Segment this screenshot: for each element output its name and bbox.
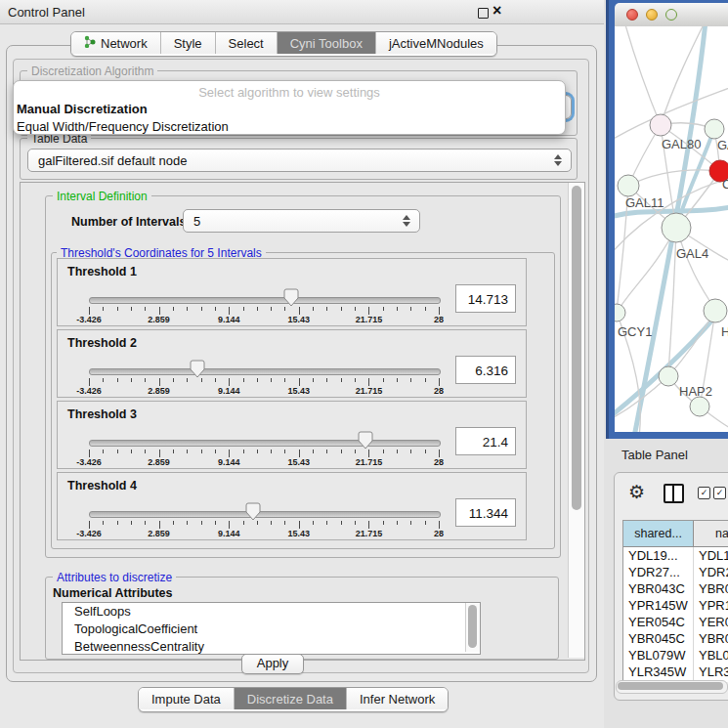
node-label-hap2: HAP2 bbox=[679, 384, 712, 399]
columns-icon[interactable] bbox=[664, 484, 684, 503]
network-canvas[interactable]: GAL80GACGAL11GAL4GCY1HHAP2 bbox=[615, 26, 728, 432]
tab-discretize-data[interactable]: Discretize Data bbox=[235, 688, 347, 709]
numerical-attributes-list[interactable]: SelfLoopsTopologicalCoefficientBetweenne… bbox=[62, 602, 481, 655]
cell-shared-name: YBL079W bbox=[623, 647, 694, 664]
node-label-gal4: GAL4 bbox=[676, 246, 708, 261]
dropdown-option-equal-width-frequency-discretization[interactable]: Equal Width/Frequency Discretization bbox=[14, 118, 565, 136]
screen: Control Panel × NetworkStyleSelectCyni T… bbox=[0, 0, 728, 728]
attributes-scrollbar-thumb[interactable] bbox=[468, 605, 477, 648]
discretization-algorithm-title: Discretization Algorithm bbox=[27, 64, 157, 78]
tab-cyni-toolbox[interactable]: Cyni Toolbox bbox=[278, 32, 376, 54]
slider-ticks bbox=[89, 307, 439, 315]
numerical-attributes-label: Numerical Attributes bbox=[53, 586, 172, 600]
network-node-h[interactable] bbox=[704, 299, 727, 322]
table-row[interactable]: YBR045CYBR0 bbox=[623, 630, 728, 647]
table-header-row: shared... na bbox=[623, 521, 728, 547]
cell-name: YBR0 bbox=[694, 630, 728, 647]
tab-network[interactable]: Network bbox=[71, 32, 161, 54]
table-row[interactable]: YLR345WYLR3 bbox=[623, 664, 728, 680]
tab-label: Select bbox=[229, 36, 264, 51]
table-panel-title: Table Panel bbox=[621, 448, 688, 462]
tab-impute-data[interactable]: Impute Data bbox=[139, 688, 235, 709]
tab-jactivemnodules[interactable]: jActiveMNodules bbox=[376, 32, 496, 54]
attributes-scrollbar[interactable] bbox=[465, 603, 480, 652]
close-traffic-light-icon[interactable] bbox=[626, 9, 638, 21]
slider-track[interactable] bbox=[89, 440, 441, 447]
cell-name: YPR1 bbox=[694, 597, 728, 614]
tab-label: Infer Network bbox=[360, 692, 435, 707]
network-node-gal11[interactable] bbox=[618, 175, 639, 196]
slider-track[interactable] bbox=[89, 297, 441, 304]
slider-tick-labels: -3.4262.8599.14415.4321.71528 bbox=[89, 457, 439, 467]
attributes-group-title: Attributes to discretize bbox=[53, 571, 176, 584]
network-node-gal4[interactable] bbox=[662, 213, 691, 242]
slider-ticks bbox=[89, 521, 439, 529]
network-node[interactable] bbox=[690, 397, 709, 416]
network-node-gcy1[interactable] bbox=[615, 304, 625, 321]
table-row[interactable]: YDR27...YDR2 bbox=[623, 564, 728, 580]
table-horizontal-scrollbar-thumb[interactable] bbox=[618, 682, 723, 690]
tab-style[interactable]: Style bbox=[161, 32, 216, 54]
node-label-c: C bbox=[722, 177, 728, 192]
threshold-value-field[interactable]: 14.713 bbox=[455, 284, 516, 313]
threshold-box-1: Threshold 1-3.4262.8599.14415.4321.71528… bbox=[57, 258, 527, 326]
slider-track[interactable] bbox=[89, 511, 441, 518]
threshold-value-field[interactable]: 11.344 bbox=[455, 498, 516, 527]
tab-label: Cyni Toolbox bbox=[290, 36, 363, 51]
gear-icon[interactable]: ⚙ bbox=[628, 481, 645, 503]
slider-thumb[interactable] bbox=[190, 360, 205, 378]
cell-name: YDR2 bbox=[694, 564, 728, 580]
network-nodes bbox=[615, 114, 728, 416]
checkbox-icon[interactable]: ✓ bbox=[698, 487, 710, 499]
table-horizontal-scrollbar[interactable] bbox=[616, 680, 728, 694]
attribute-item-topologicalcoefficient[interactable]: TopologicalCoefficient bbox=[63, 621, 480, 638]
attribute-item-selfloops[interactable]: SelfLoops bbox=[63, 603, 480, 621]
column-header-name[interactable]: na bbox=[694, 521, 728, 546]
network-node-hap2[interactable] bbox=[659, 366, 678, 386]
float-window-icon[interactable] bbox=[478, 8, 489, 19]
stepper-icon bbox=[403, 215, 410, 227]
network-window-titlebar bbox=[615, 3, 728, 27]
cell-name: YLR3 bbox=[694, 664, 728, 680]
table-data-value: galFiltered.sif default node bbox=[38, 153, 187, 168]
threshold-value-field[interactable]: 21.4 bbox=[455, 427, 516, 455]
slider-thumb[interactable] bbox=[358, 431, 373, 450]
tab-infer-network[interactable]: Infer Network bbox=[347, 688, 448, 709]
slider-track[interactable] bbox=[89, 368, 441, 375]
table-row[interactable]: YBL079WYBL0 bbox=[623, 647, 728, 664]
threshold-value-field[interactable]: 6.316 bbox=[455, 356, 516, 384]
slider-thumb[interactable] bbox=[283, 288, 299, 307]
num-intervals-combobox[interactable]: 5 bbox=[183, 209, 420, 233]
zoom-traffic-light-icon[interactable] bbox=[665, 9, 677, 21]
dropdown-placeholder-option[interactable]: Select algorithm to view settings bbox=[14, 81, 565, 101]
tab-select[interactable]: Select bbox=[216, 32, 278, 54]
threshold-label: Threshold 2 bbox=[67, 336, 137, 350]
cell-shared-name: YPR145W bbox=[623, 597, 694, 614]
column-header-shared-name[interactable]: shared... bbox=[623, 521, 694, 546]
close-icon[interactable]: × bbox=[492, 2, 501, 20]
table-row[interactable]: YDL19...YDL1 bbox=[623, 547, 728, 564]
node-attribute-table[interactable]: shared... na YDL19...YDL1YDR27...YDR2YBR… bbox=[622, 520, 728, 682]
table-rows: YDL19...YDL1YDR27...YDR2YBR043CYBR0YPR14… bbox=[623, 547, 728, 682]
apply-button[interactable]: Apply bbox=[241, 654, 304, 674]
threshold-label: Threshold 4 bbox=[67, 479, 137, 492]
bottom-tab-bar: Impute DataDiscretize DataInfer Network bbox=[138, 687, 449, 712]
cell-shared-name: YBR043C bbox=[623, 580, 694, 597]
vertical-scrollbar[interactable] bbox=[568, 183, 584, 658]
table-row[interactable]: YPR145WYPR1 bbox=[623, 597, 728, 614]
checkbox-icon[interactable]: ✓ bbox=[713, 487, 726, 499]
cell-name: YDL1 bbox=[694, 547, 728, 564]
network-node-gal80[interactable] bbox=[650, 114, 671, 136]
vertical-scrollbar-thumb[interactable] bbox=[572, 186, 581, 510]
network-node-ga[interactable] bbox=[705, 119, 724, 139]
cell-name: YBL0 bbox=[694, 647, 728, 664]
threshold-box-2: Threshold 2-3.4262.8599.14415.4321.71528… bbox=[57, 329, 527, 398]
attribute-item-betweennesscentrality[interactable]: BetweennessCentrality bbox=[63, 638, 480, 655]
dropdown-option-manual-discretization[interactable]: Manual Discretization bbox=[14, 101, 565, 118]
table-data-combobox[interactable]: galFiltered.sif default node bbox=[27, 149, 572, 172]
table-row[interactable]: YER054CYER0 bbox=[623, 614, 728, 630]
minimize-traffic-light-icon[interactable] bbox=[646, 9, 658, 21]
table-row[interactable]: YBR043CYBR0 bbox=[623, 580, 728, 597]
slider-thumb[interactable] bbox=[245, 502, 261, 521]
threshold-label: Threshold 1 bbox=[67, 265, 137, 278]
